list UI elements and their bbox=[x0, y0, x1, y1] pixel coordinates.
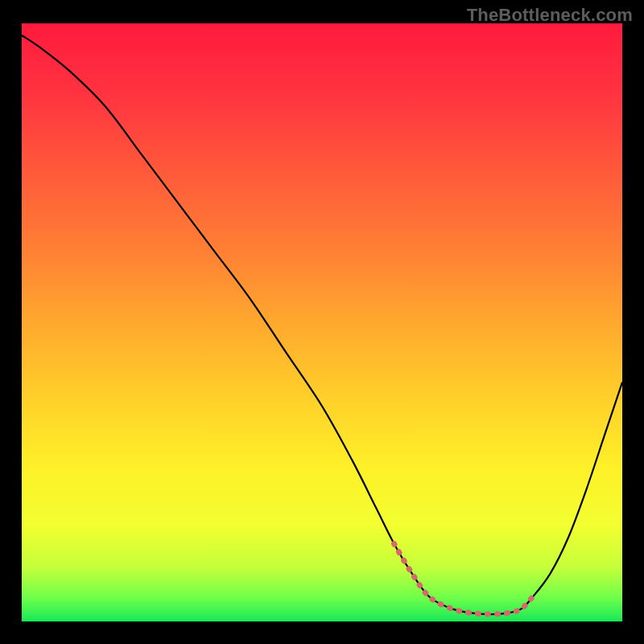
chart-area bbox=[22, 23, 622, 621]
chart-svg bbox=[22, 23, 622, 621]
